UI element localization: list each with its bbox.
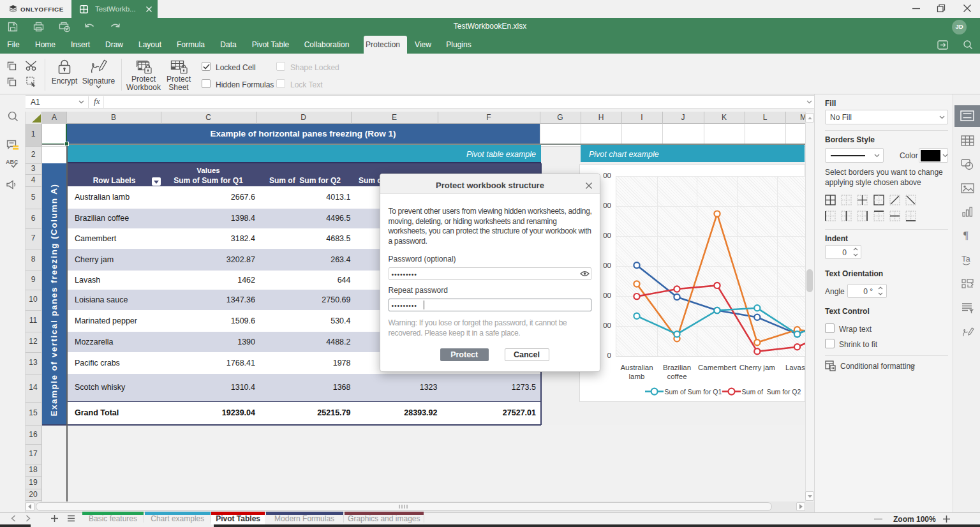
svg-text:¶: ¶	[963, 230, 969, 241]
svg-text:Ta: Ta	[961, 254, 971, 264]
